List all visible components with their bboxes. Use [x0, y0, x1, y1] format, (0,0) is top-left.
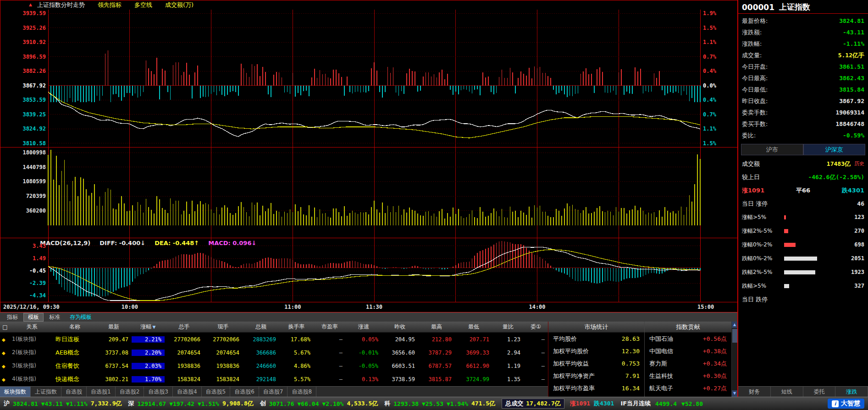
- column-header-10[interactable]: 涨速: [346, 323, 381, 331]
- index-turnover: 9,908.8亿: [222, 399, 254, 408]
- cell-pe: —: [314, 376, 346, 383]
- dist-bar-fill: [784, 215, 786, 219]
- market-stat-row[interactable]: 加权平均市盈率16.34: [548, 382, 644, 394]
- select-all-icon[interactable]: □: [0, 324, 10, 330]
- quote-panel: 000001 上证指数 最新价格:3824.81涨跌额:-43.11涨跌幅:-1…: [737, 0, 868, 397]
- table-row[interactable]: ◆3(板块指)住宿餐饮6737.542.03%19388361938836246…: [0, 359, 548, 372]
- cell-wei: —: [524, 336, 548, 343]
- panel-tab-3[interactable]: 委托: [803, 387, 836, 397]
- sheet-tab-6[interactable]: 自选股3: [144, 387, 173, 397]
- sheet-tab-9[interactable]: 自选股6: [230, 387, 259, 397]
- column-header-11[interactable]: 昨收: [381, 323, 418, 331]
- market-stat-row[interactable]: 平均股价28.63: [548, 333, 644, 345]
- market-stat-row[interactable]: 加权平均净资产7.91: [548, 370, 644, 382]
- cell-name: 昨日连板: [54, 335, 96, 344]
- menu-item-turnover[interactable]: 成交额(万): [165, 1, 194, 9]
- menu-item-chart-title[interactable]: 上证指数分时走势: [37, 1, 85, 9]
- index-contrib-row[interactable]: 中国电信+0.38点: [645, 345, 731, 357]
- index-contrib-row[interactable]: 赛力斯+0.34点: [645, 357, 731, 370]
- panel-tab-4[interactable]: 涨跌: [835, 387, 868, 397]
- intraday-chart-region: ▲ 上证指数分时走势 领先指标 多空线 成交额(万) 3939.593925.2…: [0, 0, 737, 312]
- column-header-7[interactable]: 总额: [243, 323, 279, 331]
- cell-amt: 2883269: [243, 336, 279, 343]
- market-stat-row[interactable]: 加权平均收益0.753: [548, 357, 644, 370]
- cell-turn: 17.68%: [279, 336, 314, 343]
- sheet-tab-5[interactable]: 自选股2: [116, 387, 144, 397]
- vs-prev-day-row: 较上日 -462.6亿(-2.58%): [738, 170, 868, 184]
- cell-vol: 1583824: [165, 376, 204, 383]
- table-row[interactable]: ◆1(板块指)昨日连板209.472.21%277020662770206628…: [0, 333, 548, 346]
- turnover-label: 成交额: [742, 160, 760, 168]
- volume-chart-pane[interactable]: 180099814407981080599720399360200: [0, 147, 737, 238]
- cell-pe: —: [314, 350, 346, 356]
- distribution-row: 涨幅2%-5%270: [738, 224, 868, 238]
- save-template-button[interactable]: 存为模板: [66, 313, 96, 321]
- column-header-8[interactable]: 换手率: [279, 323, 314, 331]
- sheet-tab-7[interactable]: 自选股4: [173, 387, 202, 397]
- tab-standard[interactable]: 标准: [45, 313, 64, 321]
- quote-label: 委比:: [742, 131, 756, 140]
- cell-prev: 3738.59: [381, 376, 418, 383]
- column-header-15[interactable]: 委①: [524, 323, 548, 331]
- cell-amt: 292148: [243, 376, 279, 383]
- cell-turn: 5.67%: [279, 350, 314, 356]
- sheet-tab-8[interactable]: 自选股5: [202, 387, 231, 397]
- sheet-tab-10[interactable]: 自选股7: [259, 387, 288, 397]
- column-header-12[interactable]: 最高: [418, 323, 455, 331]
- index-price: 3071.76: [269, 400, 294, 407]
- tab-indicator[interactable]: 指标: [3, 313, 22, 321]
- price-chart-pane[interactable]: 3939.593925.263910.923896.593882.263867.…: [0, 10, 737, 147]
- column-header-13[interactable]: 最低: [455, 323, 492, 331]
- column-header-3[interactable]: 最新: [96, 323, 132, 331]
- column-header-4[interactable]: 涨幅▼: [132, 323, 165, 331]
- quote-label: 涨跌额:: [742, 28, 762, 37]
- scroll-up-button[interactable]: ▲: [732, 322, 738, 328]
- column-header-9[interactable]: 市盈率: [314, 323, 346, 331]
- dist-bar-fill: [784, 257, 817, 261]
- index-contrib-row[interactable]: 生益科技+0.30点: [645, 370, 731, 382]
- turnover-history-tag: 历史: [854, 160, 864, 167]
- sheet-tab-2[interactable]: 上证指数: [31, 387, 61, 397]
- panel-tab-1[interactable]: 财务: [738, 387, 771, 397]
- cell-cur: 1938836: [204, 363, 243, 369]
- sheet-tab-1[interactable]: 板块指数: [0, 387, 31, 397]
- cell-vol: 2074654: [165, 350, 204, 356]
- column-header-2[interactable]: 名称: [54, 323, 96, 331]
- index-change: ▼43.11: [41, 400, 63, 407]
- quote-title: 000001 上证指数: [738, 0, 868, 14]
- index-change-pct: ▼1.51%: [198, 400, 219, 407]
- table-row[interactable]: ◆2(板块指)AEB概念3737.082.20%2074654207465436…: [0, 346, 548, 359]
- sheet-tab-11[interactable]: 自选股8: [287, 387, 316, 397]
- menu-item-bull-bear-line[interactable]: 多空线: [134, 1, 152, 9]
- sheet-tab-4[interactable]: 自选股1: [87, 387, 116, 397]
- column-header-14[interactable]: 量比: [492, 323, 524, 331]
- market-stat-row[interactable]: 加权平均股价12.30: [548, 345, 644, 357]
- table-row[interactable]: ◆4(板块指)快递概念3802.211.70%15838241583824292…: [0, 372, 548, 386]
- tab-shanghai-market[interactable]: 沪市: [741, 144, 803, 155]
- index-contrib-title: 指数贡献: [645, 322, 731, 333]
- scroll-thumb[interactable]: [732, 329, 737, 343]
- panel-tab-2[interactable]: 短线: [771, 387, 803, 397]
- column-header-1[interactable]: 关系: [10, 323, 54, 331]
- sheet-tab-3[interactable]: 自选股: [61, 387, 87, 397]
- index-contrib-row[interactable]: 中国石油+0.56点: [645, 333, 731, 345]
- quote-row: 今日最高:3862.43: [738, 72, 868, 84]
- column-header-5[interactable]: 总手: [165, 323, 204, 331]
- scroll-down-button[interactable]: ▼: [732, 390, 738, 397]
- menu-item-leading-indicator[interactable]: 领先指标: [98, 1, 122, 9]
- tab-template[interactable]: 模板: [23, 313, 44, 322]
- index-contrib-row[interactable]: 航天电子+0.27点: [645, 382, 731, 394]
- sector-index-table: □关系名称最新涨幅▼总手现手总额换手率市盈率涨速昨收最高最低量比委①◆1(板块指…: [0, 322, 548, 386]
- quote-row: 涨跌幅:-1.11%: [738, 38, 868, 49]
- macd-chart-pane[interactable]: MACD(26,12,9) DIFF: -0.400↓ DEA: -0.448↑…: [0, 238, 737, 302]
- market-stat-label: 平均股价: [553, 335, 577, 343]
- quote-value: 18846748: [835, 120, 864, 127]
- dist-label: 跌幅0%-2%: [742, 255, 782, 262]
- tab-hu-shen-jing[interactable]: 沪深京: [803, 144, 866, 155]
- index-turnover: 7,332.9亿: [91, 399, 122, 408]
- market-stat-value: 0.753: [622, 360, 640, 367]
- contrib-scrollbar[interactable]: ▲ ▼: [731, 322, 737, 397]
- cell-low: 6612.90: [455, 363, 492, 369]
- cell-name: 快递概念: [54, 375, 96, 383]
- column-header-6[interactable]: 现手: [204, 323, 243, 331]
